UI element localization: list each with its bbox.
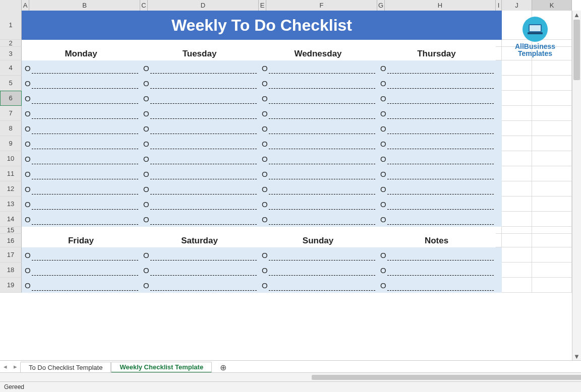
checklist-item[interactable]: O — [140, 106, 259, 121]
column-header[interactable]: F — [266, 0, 377, 11]
column-header[interactable]: B — [29, 0, 140, 11]
checklist-item[interactable]: O — [140, 60, 259, 76]
checklist-item[interactable]: O — [377, 247, 496, 263]
column-header[interactable]: H — [385, 0, 496, 11]
checklist-item[interactable]: O — [259, 121, 377, 136]
checklist-item[interactable]: O — [377, 106, 496, 121]
grid-cell[interactable] — [532, 76, 572, 91]
checklist-item[interactable]: O — [22, 76, 140, 91]
checklist-item[interactable]: O — [22, 278, 140, 293]
grid-cell[interactable] — [502, 197, 532, 212]
grid-cell[interactable] — [532, 234, 572, 247]
row-header[interactable]: 1 — [0, 11, 22, 40]
grid-cell[interactable] — [532, 151, 572, 166]
row-header[interactable]: 18 — [0, 263, 22, 278]
checklist-item[interactable]: O — [259, 106, 377, 121]
checklist-item[interactable]: O — [377, 121, 496, 136]
row-header[interactable]: 6 — [0, 91, 22, 106]
grid-cell[interactable] — [532, 263, 572, 278]
checklist-item[interactable]: O — [140, 278, 259, 293]
grid-cell[interactable] — [502, 212, 532, 227]
grid-cell[interactable] — [532, 91, 572, 106]
checklist-item[interactable]: O — [259, 212, 377, 227]
checklist-item[interactable]: O — [22, 181, 140, 197]
sheet-tab[interactable]: To Do Checklist Template — [20, 362, 111, 373]
checklist-item[interactable]: O — [22, 106, 140, 121]
grid-cell[interactable] — [532, 166, 572, 181]
column-header[interactable]: E — [259, 0, 266, 11]
checklist-item[interactable]: O — [259, 181, 377, 197]
checklist-item[interactable]: O — [259, 247, 377, 263]
grid-cell[interactable] — [532, 60, 572, 76]
row-header[interactable]: 12 — [0, 181, 22, 197]
tab-prev-icon[interactable]: ◂ — [4, 363, 7, 370]
sheet-tab[interactable]: Weekly Checklist Template — [111, 362, 212, 373]
checklist-item[interactable]: O — [259, 166, 377, 181]
checklist-item[interactable]: O — [22, 166, 140, 181]
grid-cell[interactable] — [502, 60, 532, 76]
row-header[interactable]: 8 — [0, 121, 22, 136]
checklist-item[interactable]: O — [140, 151, 259, 166]
checklist-item[interactable]: O — [259, 60, 377, 76]
checklist-item[interactable]: O — [377, 91, 496, 106]
row-header[interactable]: 3 — [0, 47, 22, 60]
grid-cell[interactable] — [532, 212, 572, 227]
grid-cell[interactable] — [532, 197, 572, 212]
checklist-item[interactable]: O — [22, 247, 140, 263]
column-header[interactable]: K — [532, 0, 572, 11]
vertical-scrollbar[interactable]: ▲ ▼ — [572, 11, 581, 360]
grid-cell[interactable] — [502, 136, 532, 151]
tab-next-icon[interactable]: ▸ — [14, 363, 17, 370]
checklist-item[interactable]: O — [140, 121, 259, 136]
select-all-corner[interactable] — [0, 0, 22, 11]
checklist-item[interactable]: O — [22, 151, 140, 166]
checklist-item[interactable]: O — [377, 60, 496, 76]
checklist-item[interactable]: O — [259, 136, 377, 151]
checklist-item[interactable]: O — [377, 151, 496, 166]
grid-cell[interactable] — [502, 166, 532, 181]
checklist-item[interactable]: O — [22, 121, 140, 136]
grid-cell[interactable] — [532, 278, 572, 293]
checklist-item[interactable]: O — [377, 278, 496, 293]
row-header[interactable]: 13 — [0, 197, 22, 212]
grid-cell[interactable] — [502, 247, 532, 263]
grid-cell[interactable] — [502, 151, 532, 166]
grid-cell[interactable] — [502, 227, 532, 234]
row-header[interactable]: 7 — [0, 106, 22, 121]
column-header[interactable]: A — [22, 0, 29, 11]
checklist-item[interactable]: O — [259, 91, 377, 106]
grid-cell[interactable] — [502, 121, 532, 136]
grid-cell[interactable] — [532, 181, 572, 197]
checklist-item[interactable]: O — [22, 263, 140, 278]
checklist-item[interactable]: O — [140, 76, 259, 91]
grid-cell[interactable] — [502, 278, 532, 293]
checklist-item[interactable]: O — [22, 212, 140, 227]
checklist-item[interactable]: O — [377, 76, 496, 91]
checklist-item[interactable]: O — [22, 60, 140, 76]
checklist-item[interactable]: O — [140, 166, 259, 181]
column-header[interactable]: C — [140, 0, 148, 11]
checklist-item[interactable]: O — [140, 263, 259, 278]
new-sheet-button[interactable]: ⊕ — [212, 362, 235, 373]
checklist-item[interactable]: O — [22, 197, 140, 212]
checklist-item[interactable]: O — [259, 76, 377, 91]
row-header[interactable]: 9 — [0, 136, 22, 151]
row-header[interactable]: 4 — [0, 60, 22, 76]
grid-cell[interactable] — [496, 234, 502, 247]
grid-cell[interactable] — [532, 106, 572, 121]
row-header[interactable]: 17 — [0, 247, 22, 263]
grid-cell[interactable] — [496, 47, 502, 60]
grid-cell[interactable] — [532, 227, 572, 234]
checklist-item[interactable]: O — [140, 197, 259, 212]
column-header[interactable]: J — [502, 0, 532, 11]
scroll-down-arrow-icon[interactable]: ▼ — [572, 352, 581, 360]
row-header[interactable]: 11 — [0, 166, 22, 181]
grid-cell[interactable] — [502, 181, 532, 197]
grid-cell[interactable] — [532, 121, 572, 136]
vertical-scroll-thumb[interactable] — [573, 20, 580, 80]
spreadsheet-grid[interactable]: Weekly To Do ChecklistMondayTuesdayWedne… — [22, 11, 572, 293]
checklist-item[interactable]: O — [259, 263, 377, 278]
checklist-item[interactable]: O — [22, 136, 140, 151]
checklist-item[interactable]: O — [377, 197, 496, 212]
row-header[interactable]: 2 — [0, 40, 22, 47]
